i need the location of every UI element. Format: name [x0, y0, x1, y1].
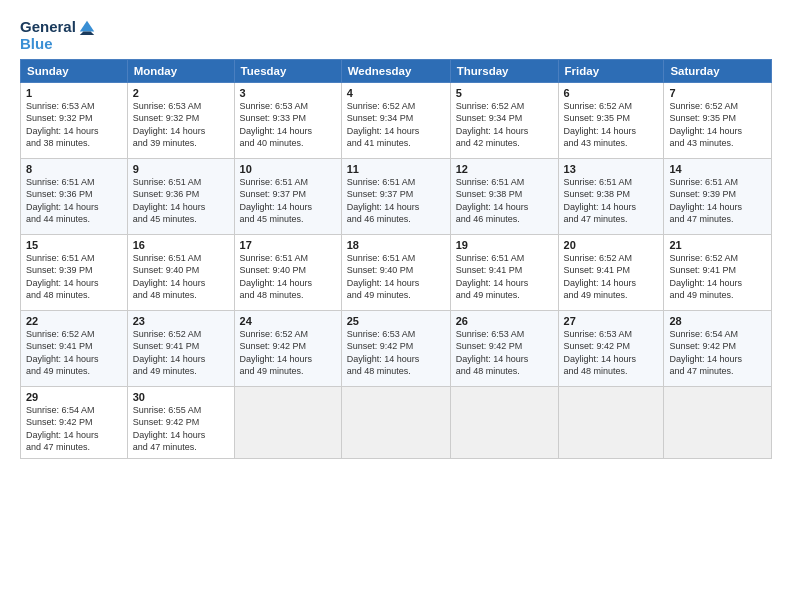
- calendar-header-wednesday: Wednesday: [341, 59, 450, 82]
- day-info: Sunrise: 6:51 AM Sunset: 9:36 PM Dayligh…: [26, 176, 122, 226]
- day-number: 18: [347, 239, 445, 251]
- calendar-cell: [450, 386, 558, 458]
- day-number: 9: [133, 163, 229, 175]
- day-info: Sunrise: 6:53 AM Sunset: 9:33 PM Dayligh…: [240, 100, 336, 150]
- calendar-cell: 18Sunrise: 6:51 AM Sunset: 9:40 PM Dayli…: [341, 234, 450, 310]
- logo: General Blue: [20, 18, 96, 53]
- calendar-cell: 13Sunrise: 6:51 AM Sunset: 9:38 PM Dayli…: [558, 158, 664, 234]
- day-number: 3: [240, 87, 336, 99]
- svg-marker-1: [80, 32, 94, 36]
- calendar-cell: 21Sunrise: 6:52 AM Sunset: 9:41 PM Dayli…: [664, 234, 772, 310]
- day-number: 25: [347, 315, 445, 327]
- calendar-cell: [341, 386, 450, 458]
- calendar-header-sunday: Sunday: [21, 59, 128, 82]
- calendar-cell: [234, 386, 341, 458]
- calendar-cell: 14Sunrise: 6:51 AM Sunset: 9:39 PM Dayli…: [664, 158, 772, 234]
- day-number: 19: [456, 239, 553, 251]
- logo-text-general: General: [20, 19, 76, 36]
- day-number: 7: [669, 87, 766, 99]
- calendar-cell: 22Sunrise: 6:52 AM Sunset: 9:41 PM Dayli…: [21, 310, 128, 386]
- day-info: Sunrise: 6:51 AM Sunset: 9:38 PM Dayligh…: [456, 176, 553, 226]
- day-number: 2: [133, 87, 229, 99]
- calendar-cell: 6Sunrise: 6:52 AM Sunset: 9:35 PM Daylig…: [558, 82, 664, 158]
- calendar-cell: 10Sunrise: 6:51 AM Sunset: 9:37 PM Dayli…: [234, 158, 341, 234]
- day-number: 21: [669, 239, 766, 251]
- day-info: Sunrise: 6:52 AM Sunset: 9:35 PM Dayligh…: [564, 100, 659, 150]
- day-info: Sunrise: 6:54 AM Sunset: 9:42 PM Dayligh…: [26, 404, 122, 454]
- calendar-header-tuesday: Tuesday: [234, 59, 341, 82]
- day-number: 8: [26, 163, 122, 175]
- day-number: 13: [564, 163, 659, 175]
- day-info: Sunrise: 6:52 AM Sunset: 9:41 PM Dayligh…: [564, 252, 659, 302]
- day-info: Sunrise: 6:51 AM Sunset: 9:37 PM Dayligh…: [240, 176, 336, 226]
- calendar-week-3: 15Sunrise: 6:51 AM Sunset: 9:39 PM Dayli…: [21, 234, 772, 310]
- calendar-cell: 29Sunrise: 6:54 AM Sunset: 9:42 PM Dayli…: [21, 386, 128, 458]
- day-info: Sunrise: 6:52 AM Sunset: 9:34 PM Dayligh…: [347, 100, 445, 150]
- calendar-header-monday: Monday: [127, 59, 234, 82]
- page: General Blue SundayMondayTuesdayWednesda…: [0, 0, 792, 612]
- calendar-cell: [558, 386, 664, 458]
- day-number: 30: [133, 391, 229, 403]
- day-info: Sunrise: 6:51 AM Sunset: 9:38 PM Dayligh…: [564, 176, 659, 226]
- day-number: 14: [669, 163, 766, 175]
- day-number: 24: [240, 315, 336, 327]
- day-number: 22: [26, 315, 122, 327]
- day-info: Sunrise: 6:51 AM Sunset: 9:39 PM Dayligh…: [26, 252, 122, 302]
- day-info: Sunrise: 6:53 AM Sunset: 9:42 PM Dayligh…: [347, 328, 445, 378]
- logo-text-blue: Blue: [20, 36, 53, 53]
- day-number: 10: [240, 163, 336, 175]
- day-info: Sunrise: 6:53 AM Sunset: 9:32 PM Dayligh…: [26, 100, 122, 150]
- day-number: 29: [26, 391, 122, 403]
- header: General Blue: [20, 18, 772, 53]
- day-info: Sunrise: 6:51 AM Sunset: 9:40 PM Dayligh…: [240, 252, 336, 302]
- calendar-cell: 15Sunrise: 6:51 AM Sunset: 9:39 PM Dayli…: [21, 234, 128, 310]
- calendar-cell: 25Sunrise: 6:53 AM Sunset: 9:42 PM Dayli…: [341, 310, 450, 386]
- calendar-cell: 27Sunrise: 6:53 AM Sunset: 9:42 PM Dayli…: [558, 310, 664, 386]
- day-number: 4: [347, 87, 445, 99]
- day-info: Sunrise: 6:52 AM Sunset: 9:34 PM Dayligh…: [456, 100, 553, 150]
- day-info: Sunrise: 6:53 AM Sunset: 9:42 PM Dayligh…: [564, 328, 659, 378]
- day-info: Sunrise: 6:52 AM Sunset: 9:41 PM Dayligh…: [133, 328, 229, 378]
- calendar-cell: 28Sunrise: 6:54 AM Sunset: 9:42 PM Dayli…: [664, 310, 772, 386]
- calendar-cell: [664, 386, 772, 458]
- day-info: Sunrise: 6:52 AM Sunset: 9:42 PM Dayligh…: [240, 328, 336, 378]
- day-info: Sunrise: 6:52 AM Sunset: 9:35 PM Dayligh…: [669, 100, 766, 150]
- calendar-week-4: 22Sunrise: 6:52 AM Sunset: 9:41 PM Dayli…: [21, 310, 772, 386]
- day-info: Sunrise: 6:52 AM Sunset: 9:41 PM Dayligh…: [26, 328, 122, 378]
- calendar: SundayMondayTuesdayWednesdayThursdayFrid…: [20, 59, 772, 459]
- calendar-week-1: 1Sunrise: 6:53 AM Sunset: 9:32 PM Daylig…: [21, 82, 772, 158]
- calendar-cell: 5Sunrise: 6:52 AM Sunset: 9:34 PM Daylig…: [450, 82, 558, 158]
- calendar-cell: 24Sunrise: 6:52 AM Sunset: 9:42 PM Dayli…: [234, 310, 341, 386]
- day-number: 1: [26, 87, 122, 99]
- day-number: 16: [133, 239, 229, 251]
- calendar-week-5: 29Sunrise: 6:54 AM Sunset: 9:42 PM Dayli…: [21, 386, 772, 458]
- day-number: 6: [564, 87, 659, 99]
- calendar-cell: 17Sunrise: 6:51 AM Sunset: 9:40 PM Dayli…: [234, 234, 341, 310]
- calendar-cell: 19Sunrise: 6:51 AM Sunset: 9:41 PM Dayli…: [450, 234, 558, 310]
- day-info: Sunrise: 6:51 AM Sunset: 9:41 PM Dayligh…: [456, 252, 553, 302]
- calendar-cell: 23Sunrise: 6:52 AM Sunset: 9:41 PM Dayli…: [127, 310, 234, 386]
- day-info: Sunrise: 6:55 AM Sunset: 9:42 PM Dayligh…: [133, 404, 229, 454]
- calendar-cell: 20Sunrise: 6:52 AM Sunset: 9:41 PM Dayli…: [558, 234, 664, 310]
- calendar-cell: 26Sunrise: 6:53 AM Sunset: 9:42 PM Dayli…: [450, 310, 558, 386]
- day-info: Sunrise: 6:53 AM Sunset: 9:32 PM Dayligh…: [133, 100, 229, 150]
- calendar-header-thursday: Thursday: [450, 59, 558, 82]
- calendar-cell: 1Sunrise: 6:53 AM Sunset: 9:32 PM Daylig…: [21, 82, 128, 158]
- calendar-cell: 4Sunrise: 6:52 AM Sunset: 9:34 PM Daylig…: [341, 82, 450, 158]
- logo-icon: [78, 18, 96, 36]
- day-info: Sunrise: 6:52 AM Sunset: 9:41 PM Dayligh…: [669, 252, 766, 302]
- calendar-week-2: 8Sunrise: 6:51 AM Sunset: 9:36 PM Daylig…: [21, 158, 772, 234]
- calendar-cell: 12Sunrise: 6:51 AM Sunset: 9:38 PM Dayli…: [450, 158, 558, 234]
- day-number: 26: [456, 315, 553, 327]
- day-number: 28: [669, 315, 766, 327]
- day-info: Sunrise: 6:51 AM Sunset: 9:40 PM Dayligh…: [347, 252, 445, 302]
- day-info: Sunrise: 6:51 AM Sunset: 9:40 PM Dayligh…: [133, 252, 229, 302]
- calendar-cell: 9Sunrise: 6:51 AM Sunset: 9:36 PM Daylig…: [127, 158, 234, 234]
- calendar-cell: 2Sunrise: 6:53 AM Sunset: 9:32 PM Daylig…: [127, 82, 234, 158]
- day-number: 17: [240, 239, 336, 251]
- day-number: 15: [26, 239, 122, 251]
- day-number: 23: [133, 315, 229, 327]
- day-info: Sunrise: 6:53 AM Sunset: 9:42 PM Dayligh…: [456, 328, 553, 378]
- calendar-cell: 11Sunrise: 6:51 AM Sunset: 9:37 PM Dayli…: [341, 158, 450, 234]
- calendar-header-saturday: Saturday: [664, 59, 772, 82]
